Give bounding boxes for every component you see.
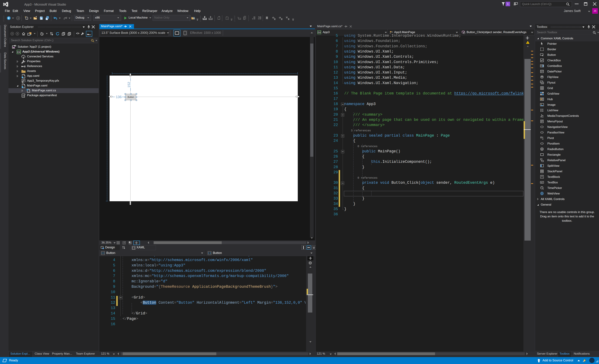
svg-text:C#: C# bbox=[318, 31, 321, 34]
svg-text:C#: C# bbox=[17, 51, 20, 53]
svg-text:abl: abl bbox=[541, 182, 543, 183]
